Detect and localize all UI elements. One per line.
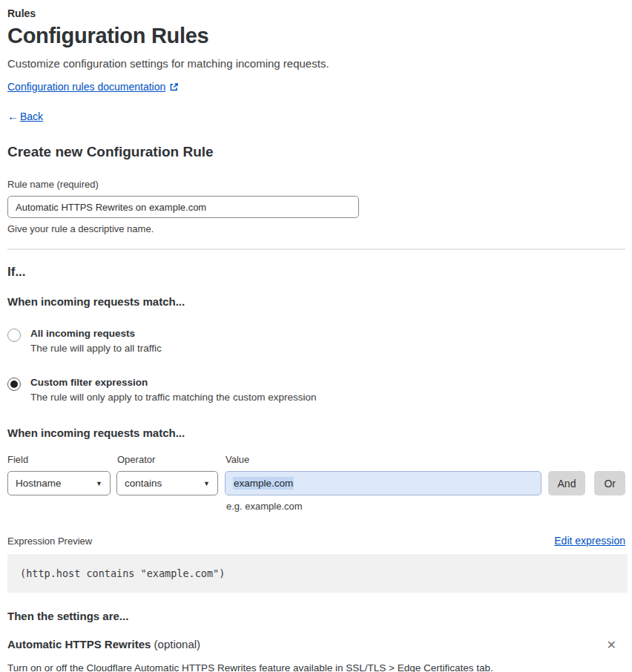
value-input-text: example.com [233, 477, 294, 490]
configuration-rules-page: Rules Configuration Rules Customize conf… [0, 0, 632, 672]
value-column-label: Value [226, 454, 249, 465]
setting-optional-tag: (optional) [151, 638, 200, 650]
documentation-link[interactable]: Configuration rules documentation [7, 81, 165, 93]
setting-title: Automatic HTTPS Rewrites [7, 638, 151, 650]
radio-button-unselected[interactable] [7, 329, 21, 342]
external-link-icon [169, 82, 179, 92]
section-divider [7, 248, 625, 250]
chevron-down-icon: ▼ [203, 480, 210, 487]
value-hint: e.g. example.com [226, 501, 625, 512]
operator-column-label: Operator [117, 454, 226, 465]
operator-select-value: contains [125, 478, 162, 489]
field-select-value: Hostname [16, 478, 62, 489]
back-link-label: Back [20, 111, 43, 122]
radio-option-all-incoming-requests[interactable]: All incoming requests The rule will appl… [7, 328, 625, 354]
radio-option-description: The rule will apply to all traffic [30, 343, 162, 354]
create-rule-heading: Create new Configuration Rule [7, 144, 625, 160]
radio-option-description: The rule will only apply to traffic matc… [30, 392, 316, 403]
and-button[interactable]: And [548, 471, 586, 495]
documentation-link-row: Configuration rules documentation [7, 81, 625, 93]
radio-option-label: All incoming requests [30, 328, 162, 339]
page-subtitle: Customize configuration settings for mat… [7, 57, 625, 70]
expression-preview-row: Expression Preview Edit expression [7, 535, 625, 547]
expression-code: (http.host contains "example.com") [20, 567, 225, 579]
expression-preview-label: Expression Preview [7, 536, 92, 547]
page-title: Configuration Rules [7, 24, 625, 48]
if-heading: If... [7, 265, 625, 280]
setting-description: Turn on or off the Cloudflare Automatic … [7, 662, 625, 672]
chevron-down-icon: ▼ [96, 480, 102, 487]
radio-button-selected[interactable] [7, 378, 21, 391]
edit-expression-link[interactable]: Edit expression [554, 535, 625, 547]
rule-name-label: Rule name (required) [7, 179, 625, 190]
matcher-heading: When incoming requests match... [7, 426, 625, 439]
matcher-controls-row: Hostname ▼ contains ▼ example.com And Or [7, 471, 625, 495]
or-button[interactable]: Or [594, 471, 625, 495]
back-arrow-icon: ← [7, 110, 19, 122]
settings-heading: Then the settings are... [7, 610, 625, 622]
back-link[interactable]: ← Back [7, 110, 43, 122]
expression-code-box: (http.host contains "example.com") [7, 554, 628, 593]
radio-option-label: Custom filter expression [30, 377, 316, 388]
radio-option-custom-filter-expression[interactable]: Custom filter expression The rule will o… [7, 377, 625, 403]
field-select[interactable]: Hostname ▼ [7, 471, 111, 495]
value-input[interactable]: example.com [225, 471, 542, 495]
field-column-label: Field [7, 454, 117, 465]
matcher-column-labels: Field Operator Value [7, 454, 625, 465]
breadcrumb: Rules [7, 7, 625, 19]
condition-subheading: When incoming requests match... [7, 295, 625, 308]
setting-card-header: Automatic HTTPS Rewrites (optional) ✕ [7, 638, 625, 653]
close-icon[interactable]: ✕ [604, 638, 619, 653]
rule-name-input[interactable] [7, 196, 359, 218]
operator-select[interactable]: contains ▼ [116, 471, 218, 495]
rule-name-hint: Give your rule a descriptive name. [7, 223, 625, 234]
